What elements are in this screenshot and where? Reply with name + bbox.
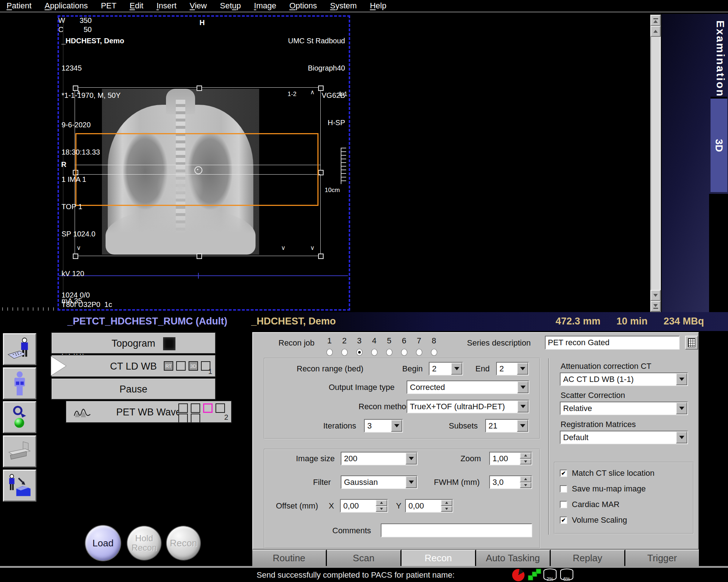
recon-job-radio-8[interactable] (431, 349, 437, 356)
pet-chip-5[interactable] (178, 414, 188, 423)
end-dropdown-button[interactable] (517, 363, 528, 375)
scanner-table-button[interactable] (3, 435, 36, 467)
register-patient-button[interactable] (3, 333, 36, 365)
zoom-decrement-button[interactable] (520, 459, 531, 465)
step-pause[interactable]: Pause (51, 378, 216, 400)
scroll-to-top-button[interactable] (650, 15, 661, 26)
range-handle-bottom-center[interactable] (197, 254, 202, 259)
recon-job-radio-3[interactable] (356, 349, 363, 356)
offset-x-stepper[interactable]: 0,00 (340, 499, 388, 513)
menu-setup[interactable]: Setup (220, 1, 241, 11)
checkbox-cardiac-mar[interactable] (560, 501, 567, 508)
subsets-dropdown-button[interactable] (517, 420, 528, 432)
range-handle-bottom-right[interactable] (318, 254, 324, 259)
scatter-dropdown-button[interactable] (676, 402, 687, 414)
recon-job-radio-1[interactable] (327, 349, 333, 356)
recon-job-7[interactable]: 7 (415, 336, 423, 356)
checkbox-match-ct-slice-location[interactable] (560, 470, 567, 477)
offset-x-increment-button[interactable] (376, 500, 387, 506)
menu-edit[interactable]: Edit (130, 1, 143, 11)
menu-applications[interactable]: Applications (45, 1, 88, 11)
comments-input[interactable] (381, 523, 532, 537)
offset-y-decrement-button[interactable] (441, 506, 452, 512)
pet-chip-2[interactable] (191, 403, 200, 413)
scroll-down-button[interactable] (650, 290, 661, 301)
menu-system[interactable]: System (330, 1, 357, 11)
recon-job-radio-7[interactable] (416, 349, 422, 356)
checkbox-volume-scaling[interactable] (560, 517, 567, 524)
step-topogram[interactable]: Topogram (51, 332, 216, 354)
recon-method-dropdown[interactable]: TrueX+TOF (ultraHD-PET) (407, 400, 529, 413)
recon-job-radio-2[interactable] (341, 349, 348, 356)
begin-dropdown[interactable]: 2 (429, 362, 463, 375)
recon-job-1[interactable]: 1 (325, 336, 334, 356)
scatter-dropdown[interactable]: Relative (560, 402, 688, 415)
gantry-position-line[interactable] (59, 275, 348, 276)
close-patient-button[interactable] (3, 470, 36, 502)
tab-routine[interactable]: Routine (252, 550, 327, 566)
attenuation-dropdown[interactable]: AC CT LD WB (1-1) (560, 372, 688, 386)
menu-pet[interactable]: PET (101, 1, 116, 11)
fwhm-decrement-button[interactable] (520, 482, 531, 489)
topogram-viewport[interactable]: ∧ ∧ ∨ ∨ ∨ _HDCHEST, Demo 12345 *1-1-1970… (58, 16, 349, 310)
step-pet-wb-wave[interactable]: PET WB Wave 2 (66, 400, 232, 423)
end-dropdown[interactable]: 2 (496, 362, 529, 375)
image-size-dropdown-button[interactable] (405, 453, 417, 465)
registration-dropdown-button[interactable] (676, 431, 687, 443)
offset-y-increment-button[interactable] (441, 500, 452, 506)
checkbox-row-save-mu-map-image[interactable]: Save mu-map image (560, 483, 646, 494)
recon-job-4[interactable]: 4 (370, 336, 379, 356)
checkbox-row-cardiac-mar[interactable]: Cardiac MAR (560, 499, 620, 510)
hold-recon-button[interactable]: Hold Recon (127, 526, 161, 560)
filter-dropdown[interactable]: Gaussian (341, 475, 418, 489)
recon-job-8[interactable]: 8 (430, 336, 438, 356)
patient-position-button[interactable] (3, 367, 36, 399)
scroll-to-bottom-button[interactable] (650, 301, 661, 312)
recon-job-3[interactable]: 3 (355, 336, 364, 356)
registration-dropdown[interactable]: Default (560, 431, 688, 444)
recon-job-2[interactable]: 2 (340, 336, 349, 356)
recon-chip-3d[interactable]: 3D (189, 361, 198, 371)
menu-patient[interactable]: Patient (7, 1, 32, 11)
output-type-dropdown-button[interactable] (517, 381, 529, 393)
recon-method-dropdown-button[interactable] (517, 400, 529, 412)
iterations-dropdown-button[interactable] (391, 420, 402, 432)
scroll-up-button[interactable] (650, 26, 661, 37)
output-type-dropdown[interactable]: Corrected (407, 380, 529, 394)
series-description-list-button[interactable] (685, 336, 698, 350)
menu-view[interactable]: View (190, 1, 207, 11)
pet-chip-1[interactable] (178, 403, 188, 413)
recon-job-radio-5[interactable] (386, 349, 392, 356)
image-scrollbar[interactable] (650, 15, 661, 312)
tab-scan[interactable]: Scan (327, 550, 401, 566)
tab-3d[interactable]: 3D (711, 97, 727, 192)
attenuation-dropdown-button[interactable] (676, 373, 687, 385)
tab-recon[interactable]: Recon (401, 550, 476, 566)
pet-chip-3-selected[interactable] (203, 403, 213, 413)
confirm-scan-button[interactable] (3, 401, 36, 433)
center-target-icon[interactable] (194, 166, 202, 174)
recon-job-5[interactable]: 5 (385, 336, 393, 356)
fwhm-stepper[interactable]: 3,0 (489, 475, 532, 489)
image-size-dropdown[interactable]: 200 (341, 452, 418, 465)
recon-chip-rt[interactable]: RT (164, 361, 173, 371)
recon-button[interactable]: Recon (167, 526, 200, 560)
checkbox-row-match-ct-slice-location[interactable]: Match CT slice location (560, 468, 654, 479)
pet-chip-4[interactable] (215, 403, 225, 413)
recon-job-6[interactable]: 6 (400, 336, 408, 356)
menu-image[interactable]: Image (254, 1, 276, 11)
pet-chip-6[interactable] (191, 414, 200, 423)
subsets-dropdown[interactable]: 21 (485, 419, 529, 432)
fwhm-increment-button[interactable] (520, 476, 531, 482)
tab-auto-tasking[interactable]: Auto Tasking (476, 550, 551, 566)
zoom-stepper[interactable]: 1,00 (489, 452, 532, 465)
offset-y-stepper[interactable]: 0,00 (405, 499, 453, 513)
recon-chip-2[interactable] (176, 361, 186, 371)
menu-help[interactable]: Help (370, 1, 386, 11)
checkbox-row-volume-scaling[interactable]: Volume Scaling (560, 515, 627, 526)
offset-x-decrement-button[interactable] (376, 506, 387, 512)
step-ct-ld-wb[interactable]: CT LD WB RT 3D 1 (51, 355, 216, 377)
filter-dropdown-button[interactable] (405, 476, 417, 488)
tab-replay[interactable]: Replay (551, 550, 625, 566)
recon-job-radio-6[interactable] (401, 349, 407, 356)
